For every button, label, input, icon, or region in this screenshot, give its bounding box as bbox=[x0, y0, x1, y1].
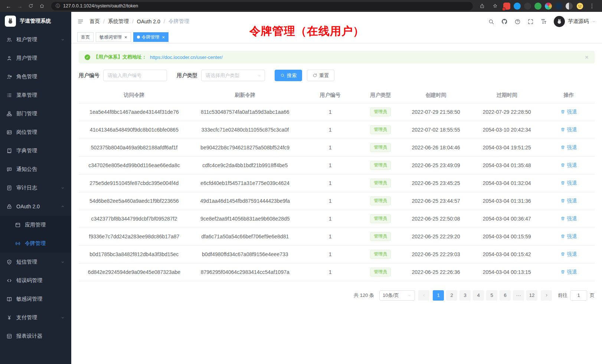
expire-time-cell: 2054-03-04 00:36:47 bbox=[471, 210, 543, 228]
sidebar-item-8[interactable]: 审计日志 bbox=[0, 179, 71, 197]
extension-icon-3[interactable] bbox=[524, 3, 531, 10]
breadcrumb-item-0[interactable]: 首页 bbox=[89, 18, 100, 25]
sidebar-item-label: 租户管理 bbox=[16, 36, 37, 43]
user-type-badge: 管理员 bbox=[370, 268, 391, 277]
force-logout-button[interactable]: 强退 bbox=[560, 269, 577, 275]
profile-avatar-icon[interactable] bbox=[576, 2, 584, 10]
sidebar-item-4[interactable]: 部门管理 bbox=[0, 105, 71, 123]
breadcrumb-item-2[interactable]: OAuth 2.0 bbox=[137, 19, 160, 24]
breadcrumb-item-1[interactable]: 系统管理 bbox=[108, 18, 129, 25]
extension-icon-2[interactable] bbox=[514, 3, 521, 10]
breadcrumb-item-3: 令牌管理 bbox=[169, 18, 189, 25]
chevron-down-icon bbox=[60, 260, 65, 264]
page-button-4[interactable]: 4 bbox=[473, 290, 484, 301]
user-type-badge: 管理员 bbox=[370, 161, 391, 170]
user-type-select[interactable]: 请选择用户类型 bbox=[201, 70, 265, 81]
table-row: 54d6be82ee5a460a9aedc1f9bf22365649d1aa46… bbox=[79, 192, 595, 210]
sidebar-item-5[interactable]: 岗位管理 bbox=[0, 123, 71, 142]
reload-icon[interactable] bbox=[26, 1, 36, 10]
sidebar-item-2[interactable]: 角色管理 bbox=[0, 67, 71, 86]
force-logout-button[interactable]: 强退 bbox=[560, 180, 577, 186]
user-id-input[interactable] bbox=[103, 70, 167, 81]
bookmark-star-icon[interactable] bbox=[490, 1, 500, 10]
chevron-down-icon bbox=[407, 293, 412, 298]
sidebar-item-1[interactable]: 用户管理 bbox=[0, 49, 71, 67]
reset-button[interactable]: 重置 bbox=[307, 70, 334, 81]
browser-menu-icon[interactable]: ⋮ bbox=[587, 1, 597, 10]
extension-icon-1[interactable] bbox=[503, 3, 510, 10]
user-id-label: 用户编号 bbox=[79, 72, 99, 79]
page-button-3[interactable]: 3 bbox=[459, 290, 471, 301]
address-bar[interactable]: ⓘ 127.0.0.1:1024/system/oauth2/token bbox=[51, 2, 473, 10]
goto-suffix: 页 bbox=[590, 292, 595, 299]
search-button[interactable]: 搜索 bbox=[275, 70, 302, 81]
extension-icon-6[interactable] bbox=[555, 3, 562, 10]
chevron-down-icon bbox=[592, 19, 596, 24]
extension-icon-7[interactable] bbox=[566, 3, 573, 10]
force-logout-button[interactable]: 强退 bbox=[560, 215, 577, 222]
sidebar-item-15[interactable]: 支付管理 bbox=[0, 308, 71, 327]
force-logout-button[interactable]: 强退 bbox=[560, 162, 577, 169]
tab-close-icon[interactable]: × bbox=[124, 35, 127, 40]
pagination: 共 120 条 10条/页 123456···12 前往 页 bbox=[79, 290, 595, 301]
refresh-token-cell: dfa6c71a50a54c66bef706ef9e6e8d81 bbox=[190, 228, 301, 245]
hamburger-icon[interactable] bbox=[77, 18, 84, 25]
force-logout-button[interactable]: 强退 bbox=[560, 109, 577, 115]
tab-close-icon[interactable]: × bbox=[162, 35, 165, 40]
search-icon[interactable] bbox=[488, 19, 494, 25]
page-button-5[interactable]: 5 bbox=[486, 290, 497, 301]
sidebar-item-6[interactable]: 字典管理 bbox=[0, 142, 71, 160]
next-page-button[interactable] bbox=[541, 290, 552, 301]
alert-close-icon[interactable]: × bbox=[585, 54, 589, 60]
forward-icon[interactable]: → bbox=[15, 1, 24, 10]
view-tab-2[interactable]: 令牌管理× bbox=[133, 32, 169, 42]
view-tab-1[interactable]: 敏感词管理× bbox=[96, 32, 131, 42]
app-title: 芋道管理系统 bbox=[20, 18, 51, 24]
users-icon bbox=[6, 37, 12, 43]
site-info-icon[interactable]: ⓘ bbox=[56, 3, 60, 9]
github-icon[interactable] bbox=[501, 18, 508, 25]
sidebar-item-16[interactable]: 报表设计器 bbox=[0, 327, 71, 345]
user-type-cell: 管理员 bbox=[360, 192, 401, 210]
app-logo[interactable]: 芋道管理系统 bbox=[0, 12, 71, 30]
fullscreen-icon[interactable] bbox=[527, 19, 534, 25]
page-button-1[interactable]: 1 bbox=[433, 290, 444, 301]
goto-page-input[interactable] bbox=[570, 290, 587, 301]
sidebar-item-7[interactable]: 通知公告 bbox=[0, 160, 71, 179]
sidebar-item-10[interactable]: 应用管理 bbox=[0, 216, 71, 234]
sidebar-item-0[interactable]: 租户管理 bbox=[0, 30, 71, 49]
force-logout-button[interactable]: 强退 bbox=[560, 233, 577, 240]
force-logout-button[interactable]: 强退 bbox=[560, 144, 577, 151]
force-logout-button[interactable]: 强退 bbox=[560, 198, 577, 204]
alert-doc-link[interactable]: https://doc.iocoder.cn/user-center/ bbox=[150, 54, 223, 60]
sidebar-item-label: 通知公告 bbox=[16, 166, 37, 173]
page-ellipsis[interactable]: ··· bbox=[513, 290, 524, 301]
font-size-icon[interactable] bbox=[540, 18, 547, 25]
page-button-12[interactable]: 12 bbox=[526, 290, 537, 301]
force-logout-button[interactable]: 强退 bbox=[560, 126, 577, 133]
extension-icon-4[interactable] bbox=[534, 3, 542, 10]
back-icon[interactable]: ← bbox=[4, 1, 13, 10]
extension-icon-5[interactable] bbox=[545, 3, 552, 10]
home-icon[interactable] bbox=[37, 1, 47, 10]
sidebar-item-13[interactable]: 错误码管理 bbox=[0, 271, 71, 290]
user-menu[interactable]: 芋道源码 bbox=[554, 16, 596, 27]
prev-page-button[interactable] bbox=[418, 290, 429, 301]
help-icon[interactable] bbox=[514, 19, 521, 25]
refresh-token-cell: cdfc4ce9c2da4bb1bdf21b9918ff4be5 bbox=[190, 156, 301, 174]
created-time-cell: 2022-06-25 22:50:08 bbox=[401, 210, 471, 228]
page-button-6[interactable]: 6 bbox=[500, 290, 511, 301]
force-logout-label: 强退 bbox=[567, 144, 577, 151]
sidebar-item-3[interactable]: 菜单管理 bbox=[0, 86, 71, 105]
sidebar-item-14[interactable]: 敏感词管理 bbox=[0, 290, 71, 308]
table-row: b0d1785bc3a8482f812db4a3f3bd15ecb0df4980… bbox=[79, 245, 595, 263]
view-tab-0[interactable]: 首页 bbox=[77, 32, 94, 42]
page-button-2[interactable]: 2 bbox=[446, 290, 457, 301]
user-id-cell: 1 bbox=[301, 103, 360, 121]
sidebar-item-12[interactable]: 短信管理 bbox=[0, 253, 71, 271]
sidebar-item-9[interactable]: OAuth 2.0 bbox=[0, 197, 71, 216]
page-size-select[interactable]: 10条/页 bbox=[379, 290, 415, 301]
force-logout-button[interactable]: 强退 bbox=[560, 251, 577, 258]
share-icon[interactable] bbox=[477, 1, 487, 10]
sidebar-item-11[interactable]: 令牌管理 bbox=[0, 234, 71, 253]
